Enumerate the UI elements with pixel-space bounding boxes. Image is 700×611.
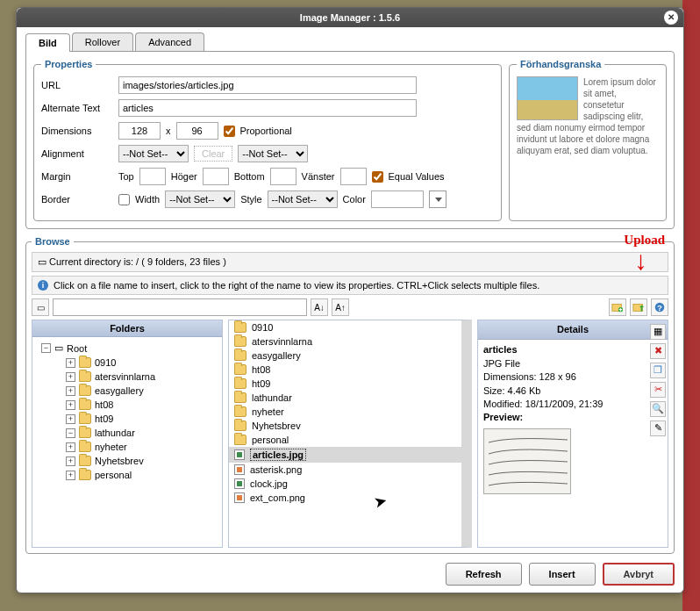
align-select[interactable]: --Not Set-- bbox=[118, 145, 189, 162]
preview-group: Förhandsgranska Lorem ipsum dolor sit am… bbox=[509, 59, 667, 221]
file-row-image[interactable]: asterisk.png bbox=[229, 463, 461, 477]
tree-node-label: 0910 bbox=[95, 357, 116, 368]
hint-bar: i Click on a file name to insert, click … bbox=[32, 276, 668, 295]
file-row-folder[interactable]: personal bbox=[229, 433, 461, 447]
sort-name-asc-icon[interactable]: A↓ bbox=[311, 298, 328, 316]
tree-node-label: ht09 bbox=[95, 413, 113, 424]
folder-icon bbox=[234, 322, 246, 333]
url-input[interactable] bbox=[118, 76, 417, 94]
tree-node[interactable]: +0910 bbox=[41, 356, 218, 370]
border-style-select[interactable]: --Not Set-- bbox=[268, 190, 338, 208]
cut-icon[interactable]: ✂ bbox=[650, 382, 666, 398]
file-row-selected[interactable]: articles.jpg bbox=[229, 447, 461, 463]
folder-icon bbox=[234, 435, 246, 445]
tree-node[interactable]: +atersvinnlarna bbox=[41, 370, 218, 384]
width-input[interactable] bbox=[118, 122, 161, 140]
details-dims-label: Dimensions: bbox=[483, 371, 537, 382]
tab-rollover[interactable]: Rollover bbox=[72, 32, 133, 51]
tab-bild[interactable]: Bild bbox=[25, 33, 70, 52]
window-title: Image Manager : 1.5.6 bbox=[300, 12, 400, 23]
folder-icon bbox=[234, 350, 246, 361]
file-row-image[interactable]: ext_com.png bbox=[229, 491, 461, 505]
file-row-folder[interactable]: ht08 bbox=[229, 363, 461, 377]
expand-icon[interactable]: + bbox=[66, 358, 75, 368]
tab-advanced[interactable]: Advanced bbox=[135, 32, 204, 51]
refresh-button[interactable]: Refresh bbox=[446, 563, 522, 586]
upload-icon[interactable] bbox=[630, 298, 647, 316]
file-row-folder[interactable]: atersvinnlarna bbox=[229, 334, 461, 349]
alt-input[interactable] bbox=[118, 99, 417, 117]
drive-button[interactable]: ▭ bbox=[32, 298, 49, 316]
clear-select[interactable]: --Not Set-- bbox=[238, 145, 308, 162]
proportional-checkbox[interactable] bbox=[224, 126, 235, 137]
details-size: 4.46 Kb bbox=[508, 385, 541, 396]
insert-button[interactable]: Insert bbox=[529, 563, 596, 586]
sort-name-desc-icon[interactable]: A↑ bbox=[332, 298, 349, 316]
delete-icon[interactable]: ✖ bbox=[650, 343, 666, 359]
expand-icon[interactable]: + bbox=[66, 372, 75, 382]
margin-left-label: Vänster bbox=[302, 171, 335, 182]
expand-icon[interactable]: + bbox=[66, 400, 75, 410]
expand-icon[interactable]: − bbox=[66, 428, 75, 438]
border-width-select[interactable]: --Not Set-- bbox=[165, 190, 235, 208]
tree-node[interactable]: +nyheter bbox=[41, 440, 218, 454]
file-name: ht08 bbox=[252, 364, 270, 375]
close-icon[interactable]: ✕ bbox=[664, 11, 678, 25]
titlebar[interactable]: Image Manager : 1.5.6 ✕ bbox=[17, 8, 683, 27]
border-width-checkbox[interactable] bbox=[118, 194, 130, 205]
image-file-icon bbox=[234, 492, 245, 503]
details-type: JPG File bbox=[483, 357, 645, 370]
file-name: asterisk.png bbox=[250, 464, 302, 475]
folder-icon bbox=[234, 378, 246, 389]
file-row-folder[interactable]: lathundar bbox=[229, 391, 461, 405]
equal-values-checkbox[interactable] bbox=[372, 171, 383, 183]
file-row-folder[interactable]: Nyhetsbrev bbox=[229, 419, 461, 433]
tree-node[interactable]: +personal bbox=[41, 468, 218, 482]
height-input[interactable] bbox=[176, 122, 218, 140]
folders-header: Folders bbox=[32, 320, 222, 337]
tree-node[interactable]: +easygallery bbox=[41, 384, 218, 398]
image-file-icon bbox=[234, 478, 245, 489]
files-pane[interactable]: 0910atersvinnlarnaeasygalleryht08ht09lat… bbox=[228, 320, 472, 548]
file-name: personal bbox=[252, 435, 289, 445]
tree-node[interactable]: +ht08 bbox=[41, 398, 218, 412]
clear-button[interactable]: Clear bbox=[194, 146, 232, 162]
collapse-icon[interactable]: − bbox=[41, 343, 51, 353]
margin-right-input[interactable] bbox=[203, 168, 229, 185]
properties-icon[interactable]: ▦ bbox=[650, 324, 666, 340]
copy-icon[interactable]: ❐ bbox=[650, 363, 666, 378]
color-picker-icon[interactable] bbox=[429, 190, 446, 208]
border-color-input[interactable] bbox=[371, 190, 424, 208]
zoom-icon[interactable]: 🔍 bbox=[650, 401, 666, 417]
path-input[interactable] bbox=[53, 298, 307, 316]
margin-top-input[interactable] bbox=[139, 168, 166, 185]
cancel-button[interactable]: Avbryt bbox=[603, 563, 675, 586]
file-name: lathundar bbox=[252, 392, 292, 403]
file-row-folder[interactable]: easygallery bbox=[229, 349, 461, 363]
expand-icon[interactable]: + bbox=[66, 442, 75, 452]
file-row-folder[interactable]: 0910 bbox=[229, 320, 461, 334]
image-manager-window: Image Manager : 1.5.6 ✕ Bild Rollover Ad… bbox=[16, 7, 684, 593]
expand-icon[interactable]: + bbox=[66, 471, 75, 480]
tree-node[interactable]: −lathundar bbox=[41, 426, 218, 440]
margin-bottom-input[interactable] bbox=[270, 168, 296, 185]
margin-left-input[interactable] bbox=[340, 168, 367, 185]
dim-x: x bbox=[166, 126, 171, 136]
expand-icon[interactable]: + bbox=[66, 414, 75, 424]
file-row-folder[interactable]: nyheter bbox=[229, 405, 461, 419]
annotation-arrow-icon: ↓ bbox=[634, 252, 647, 270]
expand-icon[interactable]: + bbox=[66, 386, 75, 396]
browse-legend: Browse bbox=[32, 236, 74, 247]
tree-node[interactable]: +Nyhetsbrev bbox=[41, 454, 218, 468]
help-icon[interactable]: ? bbox=[651, 298, 668, 316]
folder-icon bbox=[79, 357, 91, 368]
file-row-image[interactable]: clock.jpg bbox=[229, 477, 461, 491]
new-folder-icon[interactable] bbox=[609, 298, 626, 316]
expand-icon[interactable]: + bbox=[66, 456, 75, 466]
tree-node-label: atersvinnlarna bbox=[95, 371, 155, 382]
file-row-folder[interactable]: ht09 bbox=[229, 377, 461, 391]
border-label: Border bbox=[41, 194, 113, 205]
tree-node[interactable]: +ht09 bbox=[41, 412, 218, 426]
tree-root[interactable]: −▭Root bbox=[41, 341, 218, 356]
edit-icon[interactable]: ✎ bbox=[650, 421, 666, 436]
